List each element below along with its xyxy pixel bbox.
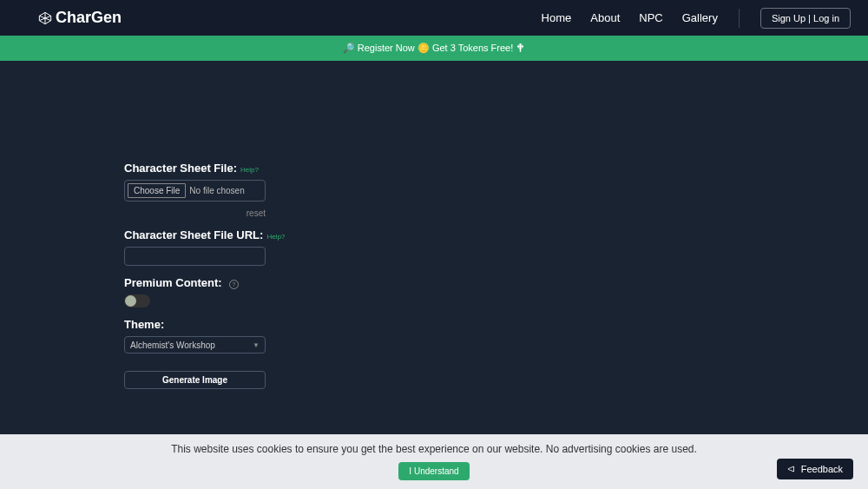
chevron-down-icon: ▼	[253, 341, 260, 349]
cookie-accept-button[interactable]: I Understand	[398, 462, 469, 480]
nav-npc[interactable]: NPC	[639, 11, 662, 24]
toggle-knob	[125, 295, 136, 307]
feedback-button[interactable]: Feedback	[777, 459, 853, 479]
premium-toggle[interactable]	[124, 294, 150, 307]
nav-divider	[739, 9, 740, 28]
nav-gallery[interactable]: Gallery	[682, 11, 718, 24]
generate-button[interactable]: Generate Image	[124, 371, 266, 389]
url-input[interactable]	[124, 247, 266, 266]
brand-logo[interactable]: CharGen	[38, 9, 122, 27]
theme-group: Theme: Alchemist's Workshop ▼	[124, 318, 868, 354]
promo-banner[interactable]: 🔎 Register Now 🪙 Get 3 Tokens Free! 🕈	[0, 36, 868, 61]
premium-group: Premium Content: ?	[124, 276, 868, 307]
file-group: Character Sheet File: Help? Choose File …	[124, 162, 868, 218]
nav: Home About NPC Gallery Sign Up | Log in	[542, 8, 851, 29]
theme-label: Theme:	[124, 318, 164, 331]
d20-icon	[38, 11, 52, 25]
banner-text: 🔎 Register Now 🪙 Get 3 Tokens Free! 🕈	[343, 43, 526, 54]
auth-button[interactable]: Sign Up | Log in	[760, 8, 851, 29]
url-help-link[interactable]: Help?	[266, 233, 285, 241]
theme-select[interactable]: Alchemist's Workshop ▼	[124, 336, 266, 354]
nav-home[interactable]: Home	[542, 11, 572, 24]
brand-name: CharGen	[56, 9, 122, 27]
theme-value: Alchemist's Workshop	[130, 340, 215, 350]
main-form: Character Sheet File: Help? Choose File …	[0, 61, 868, 389]
url-label: Character Sheet File URL:	[124, 228, 263, 241]
nav-about[interactable]: About	[590, 11, 620, 24]
file-input[interactable]: Choose File No file chosen	[124, 180, 266, 202]
choose-file-button[interactable]: Choose File	[128, 183, 186, 198]
premium-label: Premium Content:	[124, 276, 222, 289]
megaphone-icon	[787, 465, 796, 473]
file-help-link[interactable]: Help?	[240, 166, 259, 174]
cookie-text: This website uses cookies to ensure you …	[171, 443, 697, 455]
header: CharGen Home About NPC Gallery Sign Up |…	[0, 0, 868, 36]
info-icon[interactable]: ?	[229, 280, 239, 289]
url-group: Character Sheet File URL: Help?	[124, 228, 868, 266]
feedback-label: Feedback	[801, 464, 843, 474]
cookie-bar: This website uses cookies to ensure you …	[0, 434, 868, 489]
file-label: Character Sheet File:	[124, 162, 237, 175]
reset-link[interactable]: reset	[124, 208, 266, 218]
file-status-text: No file chosen	[189, 186, 244, 195]
